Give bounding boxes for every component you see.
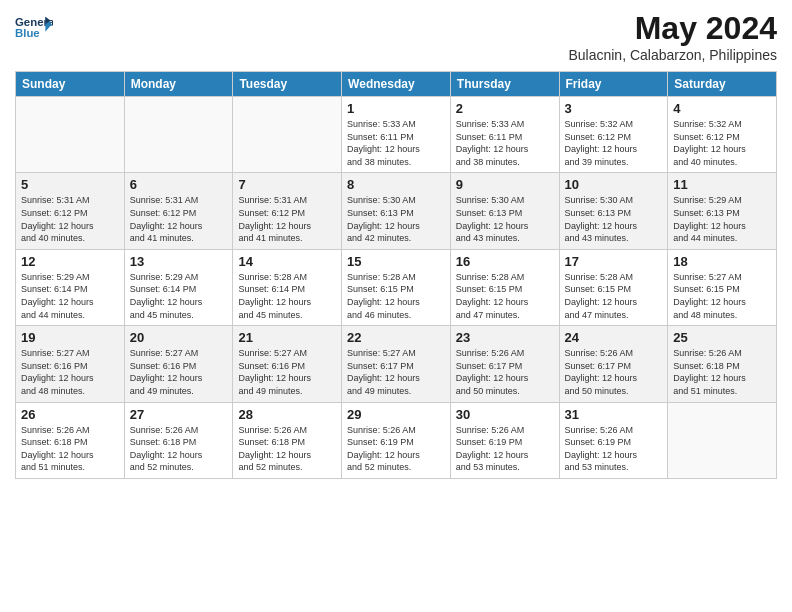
day-number: 21 <box>238 330 336 345</box>
col-saturday: Saturday <box>668 72 777 97</box>
day-info: Sunrise: 5:31 AMSunset: 6:12 PMDaylight:… <box>238 194 336 244</box>
day-number: 12 <box>21 254 119 269</box>
calendar-week-row: 19Sunrise: 5:27 AMSunset: 6:16 PMDayligh… <box>16 326 777 402</box>
day-info: Sunrise: 5:28 AMSunset: 6:15 PMDaylight:… <box>565 271 663 321</box>
day-info: Sunrise: 5:28 AMSunset: 6:15 PMDaylight:… <box>347 271 445 321</box>
day-number: 23 <box>456 330 554 345</box>
col-sunday: Sunday <box>16 72 125 97</box>
table-row: 11Sunrise: 5:29 AMSunset: 6:13 PMDayligh… <box>668 173 777 249</box>
table-row: 20Sunrise: 5:27 AMSunset: 6:16 PMDayligh… <box>124 326 233 402</box>
page-header: General Blue May 2024 Bulacnin, Calabarz… <box>15 10 777 63</box>
day-number: 15 <box>347 254 445 269</box>
table-row: 28Sunrise: 5:26 AMSunset: 6:18 PMDayligh… <box>233 402 342 478</box>
day-number: 2 <box>456 101 554 116</box>
day-info: Sunrise: 5:33 AMSunset: 6:11 PMDaylight:… <box>456 118 554 168</box>
col-thursday: Thursday <box>450 72 559 97</box>
table-row <box>124 97 233 173</box>
logo: General Blue <box>15 10 53 48</box>
day-number: 10 <box>565 177 663 192</box>
day-info: Sunrise: 5:26 AMSunset: 6:18 PMDaylight:… <box>238 424 336 474</box>
day-number: 14 <box>238 254 336 269</box>
day-info: Sunrise: 5:27 AMSunset: 6:17 PMDaylight:… <box>347 347 445 397</box>
table-row: 21Sunrise: 5:27 AMSunset: 6:16 PMDayligh… <box>233 326 342 402</box>
day-number: 30 <box>456 407 554 422</box>
header-row: Sunday Monday Tuesday Wednesday Thursday… <box>16 72 777 97</box>
table-row: 14Sunrise: 5:28 AMSunset: 6:14 PMDayligh… <box>233 249 342 325</box>
table-row: 7Sunrise: 5:31 AMSunset: 6:12 PMDaylight… <box>233 173 342 249</box>
table-row: 12Sunrise: 5:29 AMSunset: 6:14 PMDayligh… <box>16 249 125 325</box>
day-number: 19 <box>21 330 119 345</box>
calendar-table: Sunday Monday Tuesday Wednesday Thursday… <box>15 71 777 479</box>
table-row: 8Sunrise: 5:30 AMSunset: 6:13 PMDaylight… <box>342 173 451 249</box>
day-info: Sunrise: 5:27 AMSunset: 6:16 PMDaylight:… <box>238 347 336 397</box>
day-info: Sunrise: 5:31 AMSunset: 6:12 PMDaylight:… <box>21 194 119 244</box>
table-row: 17Sunrise: 5:28 AMSunset: 6:15 PMDayligh… <box>559 249 668 325</box>
table-row: 31Sunrise: 5:26 AMSunset: 6:19 PMDayligh… <box>559 402 668 478</box>
calendar-week-row: 12Sunrise: 5:29 AMSunset: 6:14 PMDayligh… <box>16 249 777 325</box>
day-info: Sunrise: 5:26 AMSunset: 6:18 PMDaylight:… <box>130 424 228 474</box>
day-info: Sunrise: 5:28 AMSunset: 6:15 PMDaylight:… <box>456 271 554 321</box>
day-number: 18 <box>673 254 771 269</box>
day-number: 13 <box>130 254 228 269</box>
day-number: 28 <box>238 407 336 422</box>
table-row: 15Sunrise: 5:28 AMSunset: 6:15 PMDayligh… <box>342 249 451 325</box>
day-info: Sunrise: 5:26 AMSunset: 6:19 PMDaylight:… <box>347 424 445 474</box>
logo-icon: General Blue <box>15 10 53 48</box>
calendar-week-row: 1Sunrise: 5:33 AMSunset: 6:11 PMDaylight… <box>16 97 777 173</box>
day-number: 20 <box>130 330 228 345</box>
table-row: 6Sunrise: 5:31 AMSunset: 6:12 PMDaylight… <box>124 173 233 249</box>
day-number: 5 <box>21 177 119 192</box>
day-info: Sunrise: 5:28 AMSunset: 6:14 PMDaylight:… <box>238 271 336 321</box>
day-info: Sunrise: 5:26 AMSunset: 6:19 PMDaylight:… <box>456 424 554 474</box>
svg-text:Blue: Blue <box>15 27 40 39</box>
day-number: 3 <box>565 101 663 116</box>
col-tuesday: Tuesday <box>233 72 342 97</box>
day-info: Sunrise: 5:32 AMSunset: 6:12 PMDaylight:… <box>565 118 663 168</box>
table-row <box>233 97 342 173</box>
title-block: May 2024 Bulacnin, Calabarzon, Philippin… <box>568 10 777 63</box>
day-info: Sunrise: 5:26 AMSunset: 6:18 PMDaylight:… <box>673 347 771 397</box>
day-info: Sunrise: 5:26 AMSunset: 6:19 PMDaylight:… <box>565 424 663 474</box>
table-row: 1Sunrise: 5:33 AMSunset: 6:11 PMDaylight… <box>342 97 451 173</box>
day-info: Sunrise: 5:32 AMSunset: 6:12 PMDaylight:… <box>673 118 771 168</box>
table-row: 9Sunrise: 5:30 AMSunset: 6:13 PMDaylight… <box>450 173 559 249</box>
day-info: Sunrise: 5:27 AMSunset: 6:15 PMDaylight:… <box>673 271 771 321</box>
table-row: 5Sunrise: 5:31 AMSunset: 6:12 PMDaylight… <box>16 173 125 249</box>
day-info: Sunrise: 5:26 AMSunset: 6:18 PMDaylight:… <box>21 424 119 474</box>
calendar-week-row: 26Sunrise: 5:26 AMSunset: 6:18 PMDayligh… <box>16 402 777 478</box>
table-row: 16Sunrise: 5:28 AMSunset: 6:15 PMDayligh… <box>450 249 559 325</box>
day-info: Sunrise: 5:27 AMSunset: 6:16 PMDaylight:… <box>21 347 119 397</box>
day-number: 8 <box>347 177 445 192</box>
table-row: 23Sunrise: 5:26 AMSunset: 6:17 PMDayligh… <box>450 326 559 402</box>
day-info: Sunrise: 5:26 AMSunset: 6:17 PMDaylight:… <box>456 347 554 397</box>
day-number: 16 <box>456 254 554 269</box>
calendar-page: General Blue May 2024 Bulacnin, Calabarz… <box>0 0 792 612</box>
day-info: Sunrise: 5:31 AMSunset: 6:12 PMDaylight:… <box>130 194 228 244</box>
day-info: Sunrise: 5:29 AMSunset: 6:13 PMDaylight:… <box>673 194 771 244</box>
day-info: Sunrise: 5:27 AMSunset: 6:16 PMDaylight:… <box>130 347 228 397</box>
col-wednesday: Wednesday <box>342 72 451 97</box>
day-number: 27 <box>130 407 228 422</box>
table-row: 3Sunrise: 5:32 AMSunset: 6:12 PMDaylight… <box>559 97 668 173</box>
col-friday: Friday <box>559 72 668 97</box>
day-info: Sunrise: 5:29 AMSunset: 6:14 PMDaylight:… <box>21 271 119 321</box>
table-row: 30Sunrise: 5:26 AMSunset: 6:19 PMDayligh… <box>450 402 559 478</box>
day-number: 9 <box>456 177 554 192</box>
day-number: 17 <box>565 254 663 269</box>
day-number: 31 <box>565 407 663 422</box>
table-row: 27Sunrise: 5:26 AMSunset: 6:18 PMDayligh… <box>124 402 233 478</box>
table-row: 24Sunrise: 5:26 AMSunset: 6:17 PMDayligh… <box>559 326 668 402</box>
day-number: 29 <box>347 407 445 422</box>
day-number: 6 <box>130 177 228 192</box>
day-info: Sunrise: 5:30 AMSunset: 6:13 PMDaylight:… <box>347 194 445 244</box>
day-info: Sunrise: 5:29 AMSunset: 6:14 PMDaylight:… <box>130 271 228 321</box>
day-number: 4 <box>673 101 771 116</box>
calendar-title: May 2024 <box>568 10 777 47</box>
day-number: 24 <box>565 330 663 345</box>
day-number: 22 <box>347 330 445 345</box>
table-row <box>668 402 777 478</box>
day-number: 25 <box>673 330 771 345</box>
table-row <box>16 97 125 173</box>
table-row: 19Sunrise: 5:27 AMSunset: 6:16 PMDayligh… <box>16 326 125 402</box>
day-number: 7 <box>238 177 336 192</box>
